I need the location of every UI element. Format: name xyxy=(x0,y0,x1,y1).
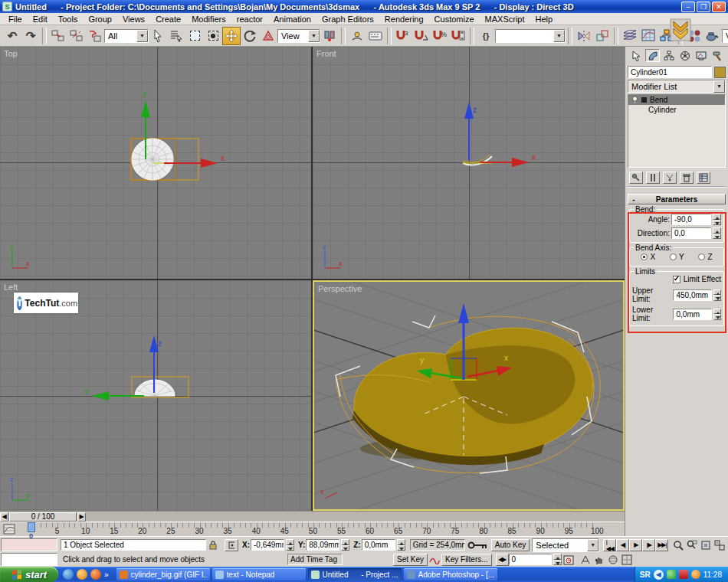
z-spinner[interactable] xyxy=(397,539,405,551)
tab-motion[interactable] xyxy=(677,49,692,62)
minimize-button[interactable]: – xyxy=(681,2,695,12)
go-to-start-button[interactable]: |◀◀ xyxy=(603,539,616,551)
edit-named-selections-icon[interactable]: {} xyxy=(477,27,495,45)
menu-item[interactable]: Edit xyxy=(28,15,53,24)
menu-item[interactable]: Group xyxy=(83,15,117,24)
quick-launch-overflow-chevron[interactable]: » xyxy=(104,571,109,579)
modifier-stack-item[interactable]: Cylinder xyxy=(628,105,725,115)
remove-modifier-icon[interactable] xyxy=(680,172,694,184)
layer-manager-icon[interactable] xyxy=(621,27,639,45)
taskbar-clock[interactable]: 11:28 xyxy=(703,571,722,579)
frame-spinner[interactable] xyxy=(553,554,562,565)
viewport-top[interactable]: Top y x y x xyxy=(0,47,311,279)
internet-explorer-icon[interactable] xyxy=(63,569,74,580)
time-configuration-icon[interactable] xyxy=(562,554,576,566)
modifier-list-dropdown[interactable]: Modifier List ▼ xyxy=(628,80,726,93)
dropdown-arrow-icon[interactable]: ▼ xyxy=(587,539,598,551)
maxscript-mini-listener-pink[interactable] xyxy=(1,538,57,551)
percent-snap-icon[interactable]: % xyxy=(431,27,449,45)
menu-item[interactable]: Modifiers xyxy=(186,15,231,24)
viewport-left[interactable]: Left T TechTut .com z y xyxy=(0,280,311,511)
select-and-scale-icon[interactable] xyxy=(259,27,277,45)
viewport-front[interactable]: Front z x z x xyxy=(313,47,625,279)
zoom-extents-all-icon[interactable] xyxy=(713,539,726,551)
radio-dot-icon[interactable] xyxy=(641,253,648,260)
current-frame-handle[interactable]: 0 xyxy=(28,522,35,532)
direction-spinner[interactable] xyxy=(713,227,721,239)
show-end-result-icon[interactable] xyxy=(646,172,660,184)
zoom-all-icon[interactable] xyxy=(685,539,699,551)
add-time-tag[interactable]: Add Time Tag xyxy=(287,554,343,565)
current-frame-field[interactable]: 0 xyxy=(509,554,552,565)
z-coordinate-field[interactable]: 0,0mm xyxy=(362,539,395,551)
menu-item[interactable]: File xyxy=(3,15,28,24)
redo-icon[interactable]: ↷ xyxy=(21,27,40,45)
keyboard-shortcut-override-icon[interactable] xyxy=(366,27,385,45)
maximize-viewport-toggle-icon[interactable] xyxy=(620,554,634,566)
taskbar-task-button[interactable]: Adobe Photoshop - [... xyxy=(404,568,497,580)
select-and-manipulate-icon[interactable] xyxy=(348,27,366,45)
radio-dot-icon[interactable] xyxy=(670,253,677,260)
menu-item[interactable]: MAXScript xyxy=(480,15,530,24)
tab-utilities[interactable] xyxy=(710,49,724,62)
bend-axis-radio[interactable]: Z xyxy=(698,253,712,261)
reference-coordinate-dropdown[interactable]: View ▼ xyxy=(277,29,320,43)
go-to-end-button[interactable]: ▶▶| xyxy=(655,539,668,551)
undo-icon[interactable]: ↶ xyxy=(3,27,21,45)
close-button[interactable]: ✕ xyxy=(712,2,726,12)
dropdown-arrow-icon[interactable]: ▼ xyxy=(713,80,725,93)
angle-field[interactable]: -90,0 xyxy=(671,214,711,225)
modifier-stack-item[interactable]: Bend xyxy=(628,95,725,105)
track-bar[interactable]: 5101520253035404550556065707580859095100… xyxy=(0,522,625,536)
previous-frame-arrow[interactable]: ◀ xyxy=(0,512,8,522)
tab-hierarchy[interactable] xyxy=(661,49,676,62)
lightbulb-icon[interactable] xyxy=(631,96,638,104)
angle-snap-icon[interactable] xyxy=(412,27,431,45)
tab-modify[interactable] xyxy=(645,49,660,62)
menu-item[interactable]: Rendering xyxy=(379,15,429,24)
zoom-icon[interactable] xyxy=(671,539,685,551)
menu-item[interactable]: Graph Editors xyxy=(316,15,379,24)
render-preset-dropdown[interactable]: View ▼ xyxy=(722,29,728,43)
media-player-icon[interactable] xyxy=(77,569,87,580)
start-button[interactable]: start xyxy=(0,567,58,582)
messenger-tray-icon[interactable] xyxy=(667,570,676,579)
pin-stack-icon[interactable] xyxy=(629,172,643,184)
zoom-extents-icon[interactable] xyxy=(699,539,713,551)
previous-key-button[interactable]: ◀| xyxy=(616,539,629,551)
direction-field[interactable]: 0,0 xyxy=(671,227,711,239)
selection-set-dropdown[interactable]: Selected ▼ xyxy=(532,538,599,552)
viewport-perspective[interactable]: Perspective xyxy=(313,280,625,511)
maxscript-mini-listener-white[interactable] xyxy=(1,553,57,566)
select-by-name-icon[interactable] xyxy=(167,27,185,45)
set-key-button[interactable]: Set Key xyxy=(393,554,428,566)
snap-toggle-3d-icon[interactable]: 3 xyxy=(394,27,412,45)
lower-limit-field[interactable]: 0,0mm xyxy=(673,309,711,320)
link-icon[interactable] xyxy=(49,27,67,45)
x-spinner[interactable] xyxy=(286,539,294,551)
unlink-icon[interactable] xyxy=(67,27,86,45)
spinner-snap-icon[interactable] xyxy=(449,27,467,45)
field-of-view-icon[interactable] xyxy=(579,554,592,566)
y-spinner[interactable] xyxy=(341,539,349,551)
mirror-icon[interactable] xyxy=(575,27,593,45)
time-slider-handle[interactable]: 0 / 100 xyxy=(9,512,77,522)
menu-item[interactable]: Tools xyxy=(53,15,84,24)
next-frame-arrow[interactable]: ▶ xyxy=(77,512,86,522)
pan-hand-icon[interactable] xyxy=(592,554,606,566)
firefox-icon[interactable] xyxy=(90,569,101,580)
dropdown-arrow-icon[interactable]: ▼ xyxy=(136,30,148,42)
taskbar-task-button[interactable]: Untitled - Project ... xyxy=(308,568,402,580)
named-selection-dropdown[interactable]: ▼ xyxy=(495,29,566,43)
dropdown-arrow-icon[interactable]: ▼ xyxy=(553,30,565,42)
next-key-button[interactable]: |▶ xyxy=(642,539,655,551)
upper-limit-field[interactable]: 450,0mm xyxy=(673,289,711,301)
taskbar-task-button[interactable]: cylinder_big.gif (GIF I... xyxy=(116,568,210,580)
update-tray-icon[interactable] xyxy=(691,570,700,579)
antivirus-tray-icon[interactable] xyxy=(679,570,688,579)
limit-effect-checkbox[interactable] xyxy=(673,276,680,283)
align-icon[interactable] xyxy=(593,27,612,45)
arc-rotate-icon[interactable] xyxy=(606,554,620,566)
mini-curve-editor-icon[interactable] xyxy=(3,524,15,536)
object-color-swatch[interactable] xyxy=(714,67,726,78)
